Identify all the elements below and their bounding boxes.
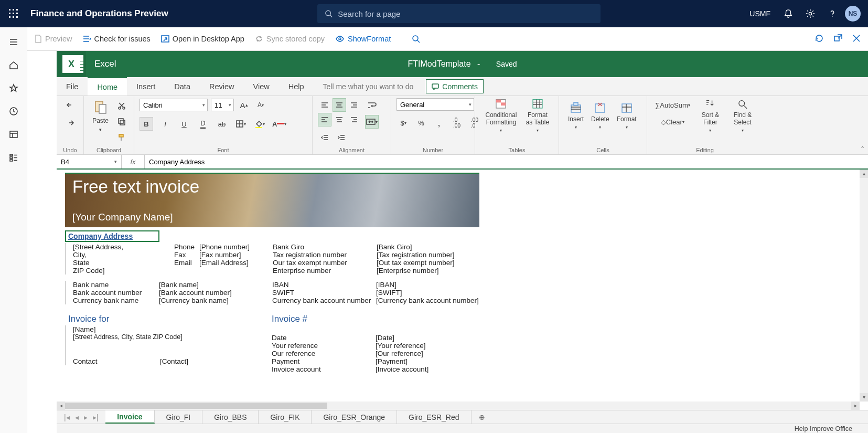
underline-button[interactable]: U [177, 117, 191, 131]
popout-icon[interactable] [833, 34, 843, 45]
wrap-text-button[interactable] [365, 98, 379, 112]
tab-help[interactable]: Help [279, 77, 314, 96]
increase-indent[interactable] [335, 131, 348, 144]
tab-file[interactable]: File [57, 77, 88, 96]
vertical-scrollbar[interactable] [860, 170, 868, 402]
bell-icon[interactable] [779, 4, 798, 23]
align-center[interactable] [333, 113, 346, 126]
add-sheet-button[interactable]: ⊕ [471, 410, 492, 424]
format-painter-button[interactable] [115, 131, 128, 144]
sheet-tab-invoice[interactable]: Invoice [105, 410, 154, 424]
font-name-select[interactable]: Calibri [140, 99, 208, 111]
number-format-select[interactable]: General [397, 98, 474, 111]
italic-button[interactable]: I [158, 117, 172, 131]
bold-button[interactable]: B [140, 117, 153, 131]
font-color-button[interactable]: A ▾ [272, 117, 287, 131]
open-desktop-button[interactable]: Open in Desktop App [161, 35, 244, 43]
paste-button[interactable]: Paste▾ [89, 98, 112, 134]
sheet-nav-first[interactable]: |◂ [64, 413, 70, 421]
check-issues-button[interactable]: Check for issues [83, 35, 151, 43]
status-bar[interactable]: Help Improve Office [57, 424, 868, 433]
company-label[interactable]: USMF [749, 9, 770, 18]
grow-font-button[interactable]: A▴ [237, 98, 251, 112]
merge-button[interactable]: ▾ [365, 115, 379, 129]
conditional-formatting-button[interactable]: Conditional Formatting▾ [480, 98, 522, 134]
double-underline-button[interactable]: D [196, 117, 210, 131]
svg-point-11 [809, 12, 811, 15]
fill-color-button[interactable]: ▾ [253, 117, 266, 131]
tab-data[interactable]: Data [165, 77, 200, 96]
clock-icon[interactable] [2, 100, 25, 123]
copy-button[interactable] [115, 115, 128, 129]
invoice-banner: Free text invoice [Your Company Name] [65, 173, 479, 227]
sheet-nav-prev[interactable]: ◂ [75, 413, 79, 421]
svg-line-10 [330, 15, 332, 17]
workspace-icon[interactable] [2, 123, 25, 146]
currency-button[interactable]: $ ▾ [397, 116, 410, 130]
comma-button[interactable]: , [432, 116, 446, 130]
align-right[interactable] [347, 113, 361, 126]
clear-button[interactable]: ◇ Clear ▾ [652, 115, 693, 129]
formula-bar: B4 fx Company Address [57, 155, 868, 170]
help-icon[interactable] [823, 4, 842, 23]
home-icon[interactable] [2, 54, 25, 77]
name-box[interactable]: B4 [57, 155, 122, 168]
format-cells-button[interactable]: Format▾ [613, 98, 640, 134]
find-select-button[interactable]: Find & Select▾ [728, 98, 757, 134]
hamburger-icon[interactable] [2, 30, 25, 54]
shrink-font-button[interactable]: A▾ [254, 98, 267, 112]
close-icon[interactable] [852, 34, 861, 44]
sheet-nav-last[interactable]: ▸| [93, 413, 99, 421]
comments-button[interactable]: Comments [426, 79, 484, 93]
align-top-center[interactable] [333, 98, 346, 112]
showformat-button[interactable]: ShowFormat [335, 35, 391, 43]
global-search[interactable] [317, 4, 601, 23]
format-as-table-button[interactable]: Format as Table▾ [522, 98, 553, 134]
undo-button[interactable] [62, 98, 78, 112]
sheet-tab-giro-fi[interactable]: Giro_FI [155, 410, 203, 424]
refresh-icon[interactable] [815, 34, 824, 45]
font-size-select[interactable]: 11 [211, 99, 234, 111]
formula-input[interactable]: Company Address [145, 155, 868, 168]
border-button[interactable]: ▾ [234, 117, 248, 131]
align-top-left[interactable] [318, 98, 331, 112]
modules-icon[interactable] [2, 146, 25, 169]
percent-button[interactable]: % [414, 116, 428, 130]
search-input[interactable] [338, 9, 593, 18]
increase-decimal[interactable]: .0.00 [450, 116, 464, 130]
gear-icon[interactable] [801, 4, 820, 23]
waffle-icon[interactable] [3, 3, 24, 24]
autosum-button[interactable]: ∑ AutoSum ▾ [652, 98, 693, 112]
tab-review[interactable]: Review [200, 77, 244, 96]
redo-button[interactable] [62, 116, 78, 130]
decrease-indent[interactable] [318, 131, 331, 144]
sort-filter-button[interactable]: Sort & Filter▾ [697, 98, 724, 134]
svg-rect-83 [574, 102, 578, 105]
tab-insert[interactable]: Insert [127, 77, 165, 96]
svg-rect-22 [10, 160, 13, 161]
search-action-icon[interactable] [412, 35, 420, 43]
svg-rect-43 [119, 134, 123, 137]
cut-button[interactable] [115, 99, 128, 113]
svg-rect-85 [622, 104, 631, 112]
sheet-tab-giro-fik[interactable]: Giro_FIK [259, 410, 312, 424]
sheet-tab-giro-esr-orange[interactable]: Giro_ESR_Orange [312, 410, 397, 424]
tell-me-input[interactable]: Tell me what you want to do [314, 77, 423, 96]
align-top-right[interactable] [347, 98, 361, 112]
delete-cells-button[interactable]: Delete▾ [587, 98, 613, 134]
insert-cells-button[interactable]: Insert▾ [564, 98, 587, 134]
fx-icon[interactable]: fx [122, 155, 145, 168]
tab-home[interactable]: Home [88, 77, 127, 96]
star-icon[interactable] [2, 77, 25, 100]
strike-button[interactable]: ab [215, 117, 229, 131]
sheet-nav-next[interactable]: ▸ [84, 413, 88, 421]
selected-cell[interactable]: Company Address [65, 230, 159, 242]
avatar[interactable]: NS [845, 6, 861, 22]
sheet-tab-giro-esr-red[interactable]: Giro_ESR_Red [397, 410, 471, 424]
svg-rect-6 [9, 16, 10, 18]
collapse-ribbon-icon[interactable]: ⌃ [860, 145, 865, 152]
sheet-tab-giro-bbs[interactable]: Giro_BBS [202, 410, 259, 424]
horizontal-scrollbar[interactable]: ◂▸ [57, 402, 860, 410]
align-left[interactable] [318, 113, 331, 126]
tab-view[interactable]: View [244, 77, 279, 96]
